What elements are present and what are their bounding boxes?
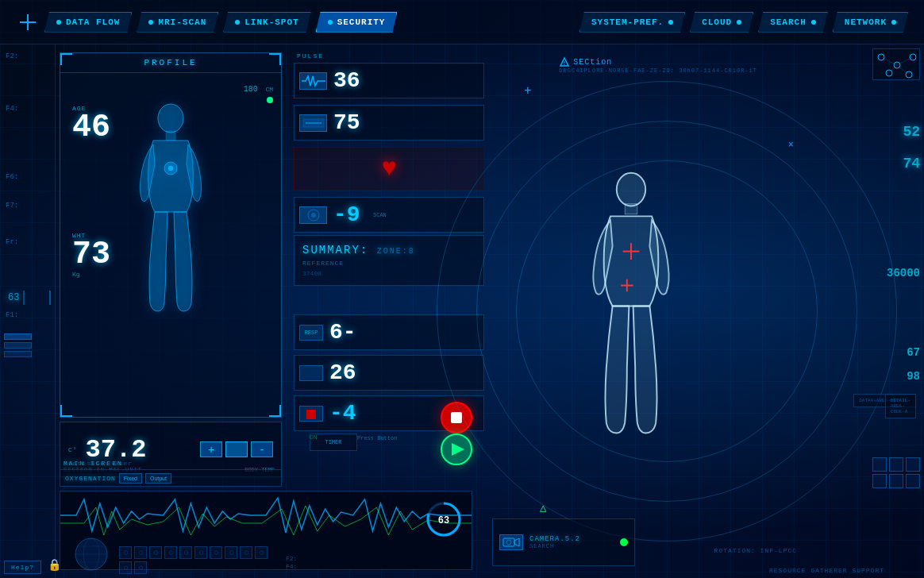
circular-gauge: 63 <box>424 499 464 539</box>
grid-item <box>872 474 887 488</box>
oxy-fixed-button[interactable]: Fixed <box>119 473 142 484</box>
svg-rect-1 <box>166 131 175 141</box>
play-button[interactable] <box>441 434 472 465</box>
age-value: 46 <box>72 112 110 144</box>
sidebar-bar <box>4 342 32 349</box>
nav-cloud[interactable]: ClOUd <box>690 12 753 33</box>
svg-line-34 <box>897 57 913 65</box>
oxy-label: OXYGENATION <box>65 475 116 482</box>
hex-item: ⬡ <box>255 546 268 559</box>
vital-value-5: 26 <box>329 360 361 385</box>
fkey-f4: F4: <box>6 105 52 113</box>
corner-cross-icon <box>16 10 40 34</box>
fkey-fr: Fr: <box>6 238 52 246</box>
height-dot <box>267 97 273 103</box>
heart-row: ♥ <box>294 147 484 191</box>
scan-marker: △ <box>540 501 546 514</box>
vital-icon-3 <box>299 206 327 224</box>
human-silhouette <box>123 101 218 323</box>
data-box-2: DETAIL-AREA-CODE-A <box>885 394 916 418</box>
mini-globe <box>71 534 111 574</box>
camera-label: CAMERA.5.2 <box>529 535 580 543</box>
vital-value-3: -9 <box>333 202 365 227</box>
dot-icon <box>891 20 896 25</box>
hex-item: ⬡ <box>134 546 147 559</box>
nav-system-pref[interactable]: SYSTEM-PREF. <box>579 12 685 33</box>
grid-item <box>889 457 903 472</box>
height-unit: CM <box>265 86 273 93</box>
nav-security[interactable]: SECURITY <box>316 12 398 33</box>
vital-icon-6 <box>299 406 323 422</box>
pulse-label: PULSE <box>294 52 484 60</box>
lock-icon: 🔒 <box>48 558 61 572</box>
hex-item: ⬡ <box>164 546 177 559</box>
hex-item: ⬡ <box>119 561 132 574</box>
svg-rect-20 <box>503 538 514 546</box>
grid-item <box>889 474 903 488</box>
nav-mri-scan[interactable]: MRI-SCAN <box>137 12 218 33</box>
fkey-f2: F2: <box>6 52 18 60</box>
vital-icon-4: RESP <box>299 325 323 341</box>
dot-icon <box>811 20 816 25</box>
hex-item: ⬡ <box>149 546 162 559</box>
scan-area: + × △ <box>500 44 857 578</box>
corner-bracket-tr <box>269 53 281 65</box>
nav-network[interactable]: NETWORK <box>833 12 908 33</box>
wht-stat: WHT 73 Kg <box>72 232 110 278</box>
timer-label: TIMER <box>325 439 341 445</box>
dot-icon <box>328 20 333 25</box>
right-num-4: 98 <box>907 370 920 383</box>
camera-icon <box>499 534 523 550</box>
temp-plus-button[interactable]: + <box>200 441 222 457</box>
svg-point-14 <box>617 173 645 206</box>
bottom-label-f4: F4: <box>286 563 297 570</box>
nav-data-flow[interactable]: DATA FLOW <box>44 12 132 33</box>
hex-item: ⬡ <box>194 546 207 559</box>
svg-line-33 <box>881 57 897 65</box>
profile-panel: PROFILE AGE 46 180 CM <box>60 52 282 418</box>
red-marker <box>306 410 316 419</box>
resource-label: RESOURCE GATHERER SUPPORT <box>769 567 884 574</box>
svg-point-3 <box>168 166 173 171</box>
age-stat: AGE 46 <box>72 105 110 144</box>
scan-crosshair-1: + <box>524 84 532 98</box>
svg-point-0 <box>158 104 183 133</box>
right-num-5: 36000 <box>887 267 920 279</box>
temp-indicator <box>225 441 248 457</box>
oxygenation-bar: OXYGENATION Fixed Output <box>60 469 282 487</box>
nav-link-spot[interactable]: LINK-SPOT <box>223 12 310 33</box>
camera-section: CAMERA.5.2 SEARCH <box>492 518 635 566</box>
svg-rect-15 <box>625 204 637 214</box>
grid-item <box>906 474 920 488</box>
dot-icon <box>148 20 153 25</box>
hex-pattern: ⬡ ⬡ ⬡ ⬡ ⬡ ⬡ ⬡ ⬡ ⬡ ⬡ ⬡ ⬡ <box>119 546 278 574</box>
vital-icon-1 <box>299 72 327 90</box>
hex-item: ⬡ <box>179 546 192 559</box>
sidebar-bar <box>4 351 32 357</box>
sidebar-number-63: 63 <box>4 291 25 305</box>
wht-value: 73 <box>72 239 110 271</box>
nav-left: DATA FLOW MRI-SCAN LINK-SPOT SECURITY <box>16 10 397 34</box>
temp-controls: + - <box>200 441 273 457</box>
body-scan-figure <box>579 160 683 462</box>
network-mini-panel <box>872 48 920 80</box>
oxy-output-button[interactable]: Output <box>145 473 171 484</box>
timer-box: TIMER <box>310 434 357 451</box>
dot-icon <box>668 20 673 25</box>
help-button[interactable]: Help? <box>4 561 41 574</box>
vital-value-6: -4 <box>329 401 361 426</box>
nav-search[interactable]: SEARCH <box>758 12 828 33</box>
sidebar-bar <box>4 333 32 340</box>
bottom-label-f2: F2: <box>286 555 297 562</box>
svg-point-22 <box>506 540 511 545</box>
temp-minus-button[interactable]: - <box>251 441 273 457</box>
fkey-f6: F6: <box>6 173 52 181</box>
vital-row-2: 75 <box>294 105 484 141</box>
dot-icon <box>56 20 61 25</box>
corner-bracket-br <box>269 405 281 417</box>
svg-text:63: 63 <box>438 515 449 526</box>
vitals-panel: PULSE 36 75 ♥ <box>294 52 484 239</box>
right-num-1: 52 <box>903 124 920 140</box>
camera-status-dot <box>620 538 628 546</box>
corner-bracket-tl <box>60 53 72 65</box>
